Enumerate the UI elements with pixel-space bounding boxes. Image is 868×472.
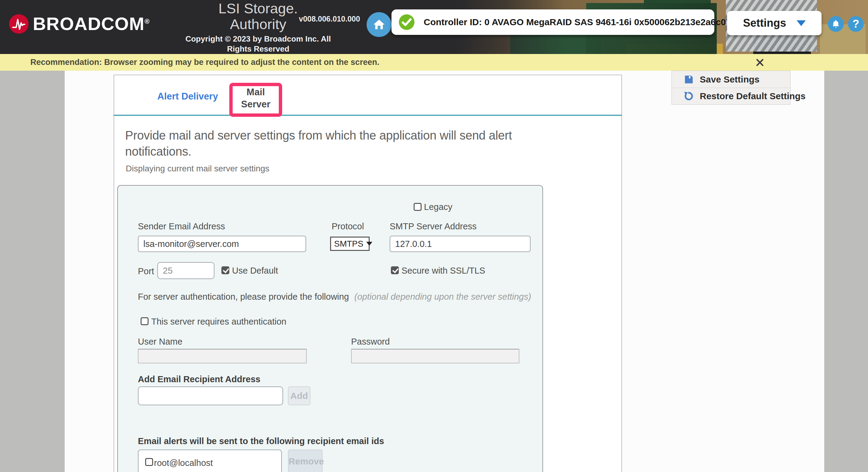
username-label: User Name xyxy=(138,337,183,347)
tab-underline xyxy=(114,115,622,116)
help-button[interactable]: ? xyxy=(848,16,864,32)
save-icon xyxy=(683,74,694,85)
ssl-tls-label: Secure with SSL/TLS xyxy=(402,266,485,276)
port-label: Port xyxy=(138,266,154,276)
add-recipient-input[interactable] xyxy=(138,386,283,405)
legacy-label: Legacy xyxy=(424,202,453,212)
copyright-text: Copyright © 2023 by Broadcom Inc. All Ri… xyxy=(170,34,346,54)
app-title: LSI Storage. Authority v008.006.010.000 xyxy=(188,0,328,32)
add-recipient-label: Add Email Recipient Address xyxy=(138,374,260,384)
username-input[interactable] xyxy=(138,349,307,363)
tab-alert-delivery[interactable]: Alert Delivery xyxy=(157,91,218,102)
close-icon[interactable] xyxy=(755,58,765,67)
use-default-checkbox[interactable] xyxy=(221,266,229,274)
recommendation-banner: Recommendation: Browser zooming may be r… xyxy=(0,54,868,71)
select-caret-icon xyxy=(366,242,372,246)
legacy-checkbox[interactable] xyxy=(414,203,422,211)
port-input[interactable] xyxy=(157,262,214,279)
recipient-checkbox[interactable] xyxy=(145,458,153,466)
sender-email-input[interactable] xyxy=(138,236,306,252)
protocol-label: Protocol xyxy=(332,222,364,231)
password-label: Password xyxy=(351,337,390,347)
page-content: Save Settings Restore Default Settings A… xyxy=(0,71,868,472)
settings-actions-menu: Save Settings Restore Default Settings xyxy=(672,71,790,105)
recipients-heading: Email alerts will be sent to the followi… xyxy=(138,436,384,446)
banner-text: Recommendation: Browser zooming may be r… xyxy=(30,58,379,67)
requires-auth-checkbox[interactable] xyxy=(141,317,149,325)
restore-icon xyxy=(683,91,694,102)
app-version: v008.006.010.000 xyxy=(299,14,360,23)
brand-name: BROADCOM® xyxy=(33,13,150,34)
settings-button[interactable]: Settings xyxy=(727,11,822,35)
auth-note: For server authentication, please provid… xyxy=(138,292,531,302)
ssl-tls-checkbox[interactable] xyxy=(391,266,399,274)
notifications-button[interactable] xyxy=(828,16,844,32)
add-button[interactable]: Add xyxy=(288,386,310,405)
save-settings-item[interactable]: Save Settings xyxy=(672,71,790,88)
bell-icon xyxy=(831,19,841,29)
protocol-selected-value: SMTPS xyxy=(334,239,363,249)
sender-email-label: Sender Email Address xyxy=(138,222,225,231)
auth-note-optional: (optional depending upon the server sett… xyxy=(354,292,531,302)
broadcom-pulse-icon xyxy=(9,14,29,34)
content-wrapper: Save Settings Restore Default Settings A… xyxy=(65,71,824,472)
controller-selector[interactable]: Controller ID: 0 AVAGO MegaRAID SAS 9461… xyxy=(392,9,714,35)
controller-label: Controller ID: 0 AVAGO MegaRAID SAS 9461… xyxy=(424,17,726,27)
chevron-down-icon xyxy=(797,20,806,26)
smtp-address-label: SMTP Server Address xyxy=(390,222,476,231)
tab-mail-server[interactable]: Mail Server xyxy=(229,86,282,110)
requires-auth-label: This server requires authentication xyxy=(151,317,286,327)
protocol-select[interactable]: SMTPS xyxy=(330,237,370,251)
home-button[interactable] xyxy=(367,12,392,37)
use-default-label: Use Default xyxy=(232,266,278,276)
settings-label: Settings xyxy=(743,17,786,29)
smtp-address-input[interactable] xyxy=(390,236,531,252)
page-subtitle: Displaying current mail server settings xyxy=(126,164,269,173)
help-icon: ? xyxy=(852,18,859,30)
registered-mark: ® xyxy=(145,18,150,25)
password-input[interactable] xyxy=(351,349,519,363)
remove-button[interactable]: Remove xyxy=(288,449,322,472)
restore-default-settings-item[interactable]: Restore Default Settings xyxy=(672,88,790,104)
status-ok-icon xyxy=(398,14,415,31)
recipient-email: root@localhost xyxy=(154,458,213,468)
broadcom-logo: BROADCOM® xyxy=(9,13,150,34)
app-header: BROADCOM® LSI Storage. Authority v008.00… xyxy=(0,0,868,54)
recipient-list-item: root@localhost xyxy=(138,449,282,472)
page-title: Provide mail and server settings from wh… xyxy=(125,127,568,160)
mail-server-panel: Alert Delivery Mail Server Provide mail … xyxy=(114,75,622,472)
home-icon xyxy=(372,18,386,32)
mail-server-form-card: Legacy Sender Email Address Protocol SMT… xyxy=(117,185,543,472)
